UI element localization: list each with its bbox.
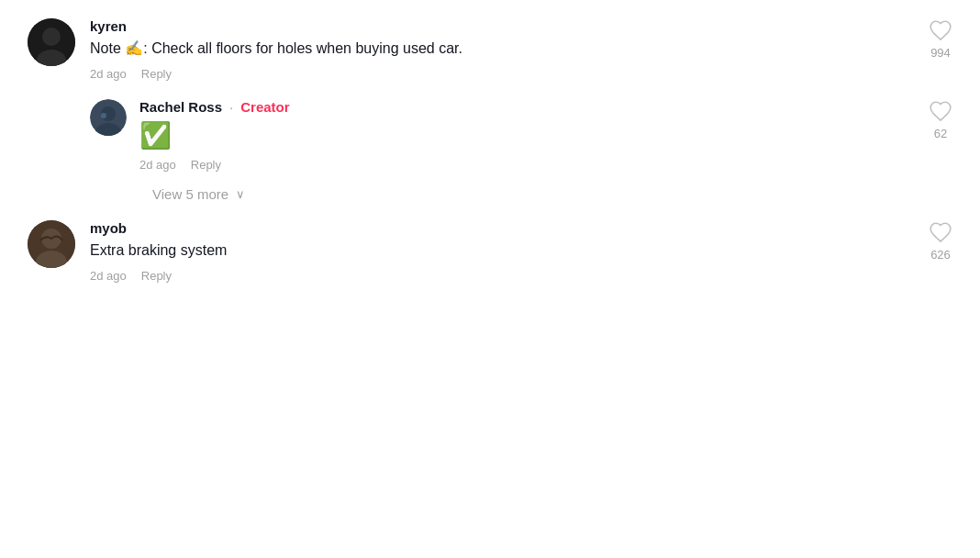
reply-button-kyren[interactable]: Reply — [141, 67, 172, 81]
comment-content-kyren: kyren Note ✍️: Check all floors for hole… — [90, 18, 910, 81]
comment-meta-kyren: 2d ago Reply — [90, 67, 910, 81]
reply-button-rachel[interactable]: Reply — [191, 158, 221, 172]
view-more-label: View 5 more — [152, 186, 228, 202]
username-creator-row-rachel: Rachel Ross · Creator — [139, 99, 910, 115]
creator-badge: Creator — [240, 99, 289, 115]
like-section-kyren: 994 — [910, 18, 952, 60]
reply-meta-rachel: 2d ago Reply — [139, 158, 910, 172]
avatar-rachel — [90, 99, 127, 136]
heart-icon-rachel[interactable] — [929, 99, 952, 123]
reply-content-rachel: Rachel Ross · Creator ✅ 2d ago Reply — [139, 99, 910, 172]
reply-time-rachel: 2d ago — [139, 158, 176, 172]
comment-kyren: kyren Note ✍️: Check all floors for hole… — [28, 18, 952, 81]
avatar-kyren — [28, 18, 75, 66]
chevron-down-icon: ∨ — [236, 187, 245, 201]
like-count-myob: 626 — [930, 248, 951, 262]
comment-time-kyren: 2d ago — [90, 67, 127, 81]
comment-content-myob: myob Extra braking system 2d ago Reply — [90, 220, 910, 283]
avatar-myob — [28, 220, 75, 268]
heart-icon-kyren[interactable] — [929, 18, 952, 42]
svg-point-1 — [42, 28, 61, 46]
like-count-rachel: 62 — [934, 127, 947, 140]
heart-icon-myob[interactable] — [929, 220, 952, 244]
comment-meta-myob: 2d ago Reply — [90, 269, 910, 283]
comment-myob: myob Extra braking system 2d ago Reply 6… — [28, 220, 952, 283]
svg-point-6 — [101, 113, 106, 118]
reply-button-myob[interactable]: Reply — [141, 269, 172, 283]
like-section-rachel: 62 — [910, 99, 952, 140]
username-kyren: kyren — [90, 18, 910, 34]
comment-time-myob: 2d ago — [90, 269, 127, 283]
like-count-kyren: 994 — [930, 46, 951, 60]
comment-text-kyren: Note ✍️: Check all floors for holes when… — [90, 38, 842, 60]
comment-text-myob: Extra braking system — [90, 240, 842, 262]
dot-separator: · — [229, 99, 233, 115]
reply-username-rachel: Rachel Ross — [139, 99, 222, 115]
replies-section: Rachel Ross · Creator ✅ 2d ago Reply 62 — [90, 99, 952, 202]
view-more-button[interactable]: View 5 more ∨ — [152, 186, 952, 202]
like-section-myob: 626 — [910, 220, 952, 262]
comments-section: kyren Note ✍️: Check all floors for hole… — [0, 0, 980, 319]
reply-rachel: Rachel Ross · Creator ✅ 2d ago Reply 62 — [90, 99, 952, 172]
reply-text-rachel: ✅ — [139, 120, 172, 151]
username-myob: myob — [90, 220, 910, 236]
